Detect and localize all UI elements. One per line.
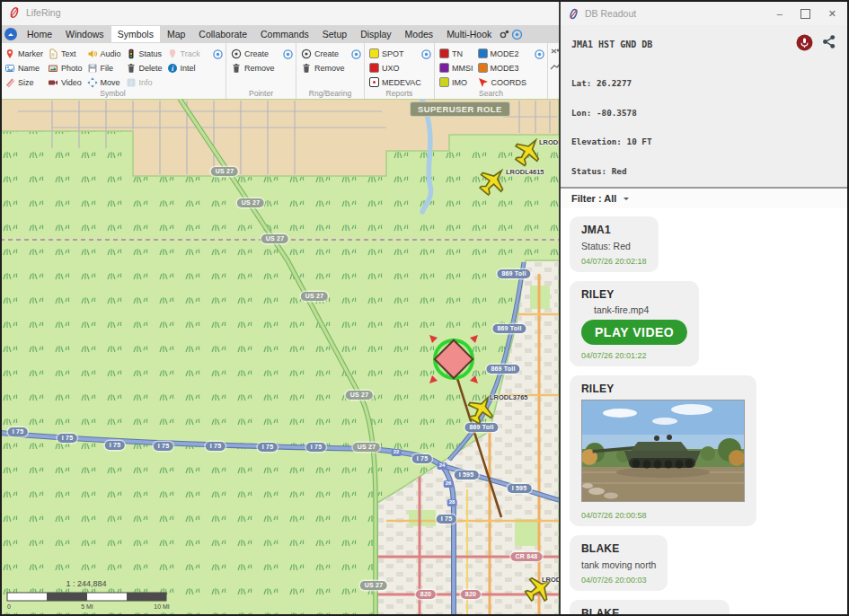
ribbon-toggle-icon[interactable] <box>511 29 523 40</box>
play-video-button[interactable]: PLAY VIDEO <box>581 320 687 345</box>
tab-modes[interactable]: Modes <box>399 26 440 42</box>
lifering-titlebar: LifeRing <box>0 0 559 25</box>
lifering-window: LifeRing Home Windows Symbols Map Collab… <box>0 0 559 616</box>
coords-button[interactable]: COORDS <box>478 76 527 88</box>
uxo-button[interactable]: UXO <box>369 62 421 74</box>
aircraft-label: LRODL4615 <box>506 168 544 176</box>
mmsi-icon <box>439 63 449 73</box>
tab-commands[interactable]: Commands <box>254 26 315 42</box>
app-menu-button[interactable] <box>4 28 17 40</box>
audio-icon <box>87 48 98 59</box>
message-feed[interactable]: JMA1 Status: Red 04/07/26 20:02:18 RILEY… <box>561 208 847 614</box>
card-title: BLAKE <box>581 607 718 614</box>
mode2-label: MODE2 <box>491 49 519 58</box>
road-shield: I 75 <box>412 454 432 463</box>
medevac-label: MEDEVAC <box>382 78 421 87</box>
road-shield: 820 <box>416 590 436 599</box>
map-viewport[interactable]: 1 : 244,884 0 5 MI 10 MI SUPERUSER ROLE … <box>0 99 559 614</box>
audio-label: Audio <box>101 49 121 58</box>
tab-setup[interactable]: Setup <box>316 26 353 42</box>
medevac-icon <box>369 77 379 87</box>
search-dialog-launcher[interactable] <box>535 49 544 59</box>
tank-photo[interactable] <box>581 400 745 502</box>
photo-button[interactable]: Photo <box>48 62 83 74</box>
spot-button[interactable]: SPOT <box>369 48 421 59</box>
tab-map[interactable]: Map <box>161 26 191 42</box>
gears-icon[interactable] <box>499 29 510 40</box>
filter-label[interactable]: Filter : All <box>571 193 616 204</box>
share-button[interactable] <box>821 34 836 49</box>
feed-card-blake-coords[interactable]: BLAKE Lat: 26.227695, Lon: -80.357796 04… <box>570 600 730 614</box>
size-button[interactable]: Size <box>4 76 43 88</box>
tab-home[interactable]: Home <box>21 26 58 42</box>
chevron-down-icon[interactable] <box>623 198 629 203</box>
feed-card-jma1[interactable]: JMA1 Status: Red 04/07/26 20:02:18 <box>570 216 659 272</box>
tn-button[interactable]: TN <box>439 48 473 59</box>
photo-label: Photo <box>61 64 83 73</box>
road-shield: I 75 <box>437 515 456 524</box>
rng-remove-button[interactable]: Remove <box>301 62 345 74</box>
aircraft-label: LRODL3765 <box>490 393 528 401</box>
microphone-button[interactable] <box>796 34 813 51</box>
track-label: Track <box>181 49 200 58</box>
track-id-header: JMA1 HST GND DB <box>571 34 796 49</box>
tab-symbols[interactable]: Symbols <box>111 26 160 42</box>
tab-multi-hook[interactable]: Multi-Hook <box>440 26 498 42</box>
ribbon-group-symbol: Marker Name Size Text Photo Video Audio … <box>0 43 226 99</box>
imo-button[interactable]: IMO <box>439 76 473 88</box>
window-title: LifeRing <box>26 7 61 18</box>
rng-create-button[interactable]: Create <box>301 48 345 59</box>
text-button[interactable]: Text <box>48 48 83 59</box>
marker-button[interactable]: Marker <box>4 48 43 59</box>
pointer-create-button[interactable]: Create <box>231 48 275 59</box>
symbol-dialog-launcher[interactable] <box>213 49 223 59</box>
road-shield: I 75 <box>154 442 173 451</box>
lifering-logo-icon <box>8 6 21 19</box>
ribbon: Marker Name Size Text Photo Video Audio … <box>0 43 559 100</box>
video-button[interactable]: Video <box>48 76 83 88</box>
close-button[interactable] <box>828 8 836 20</box>
readout-lat: Lat: 26.2277 <box>571 79 836 89</box>
mode3-button[interactable]: MODE3 <box>478 62 527 74</box>
minimize-button[interactable] <box>777 8 783 19</box>
tn-icon <box>439 48 449 58</box>
tab-windows[interactable]: Windows <box>59 26 111 42</box>
move-button[interactable]: Move <box>87 76 121 88</box>
feed-card-riley-photo[interactable]: RILEY <box>570 375 756 526</box>
ribbon-group-search: TN MMSI IMO MODE2 MODE3 COORDS Search <box>435 43 548 99</box>
marker-icon <box>4 48 15 59</box>
feed-card-riley-video[interactable]: RILEY tank-fire.mp4 PLAY VIDEO 04/07/26 … <box>570 281 699 366</box>
delete-button[interactable]: Delete <box>126 62 163 74</box>
track-button: Track <box>167 48 200 59</box>
road-shield: US 27 <box>360 581 387 590</box>
road-shield: US 27 <box>301 292 328 301</box>
tab-display[interactable]: Display <box>354 26 397 42</box>
move-icon <box>87 77 98 88</box>
tab-collaborate[interactable]: Collaborate <box>192 26 253 42</box>
road-shield: 869 Toll <box>497 269 530 278</box>
name-icon <box>4 63 15 74</box>
maximize-button[interactable] <box>800 9 810 19</box>
size-icon <box>4 77 15 88</box>
name-button[interactable]: Name <box>4 62 43 74</box>
medevac-button[interactable]: MEDEVAC <box>369 76 421 88</box>
reports-dialog-launcher[interactable] <box>421 49 431 59</box>
road-shield: I 75 <box>105 441 125 450</box>
intel-label: Intel <box>181 64 196 73</box>
mode2-button[interactable]: MODE2 <box>478 48 527 59</box>
card-timestamp: 04/07/26 20:01:22 <box>581 351 687 360</box>
pointer-dialog-launcher[interactable] <box>283 49 293 59</box>
mmsi-button[interactable]: MMSI <box>439 62 473 74</box>
status-button[interactable]: Status <box>126 48 163 59</box>
file-button[interactable]: File <box>87 62 121 74</box>
pointer-remove-button[interactable]: Remove <box>231 62 275 74</box>
aircraft-symbol[interactable] <box>478 165 509 196</box>
create-icon <box>301 48 312 59</box>
intel-button[interactable]: iIntel <box>167 62 200 74</box>
rng-dialog-launcher[interactable] <box>351 49 361 59</box>
role-badge: SUPERUSER ROLE <box>410 101 510 117</box>
video-filename: tank-fire.mp4 <box>594 304 687 315</box>
audio-button[interactable]: Audio <box>87 48 121 59</box>
feed-card-blake-text[interactable]: BLAKE tank moving north 04/07/26 20:00:0… <box>570 535 668 591</box>
ribbon-group-pointer: Create Remove Pointer <box>226 43 296 99</box>
